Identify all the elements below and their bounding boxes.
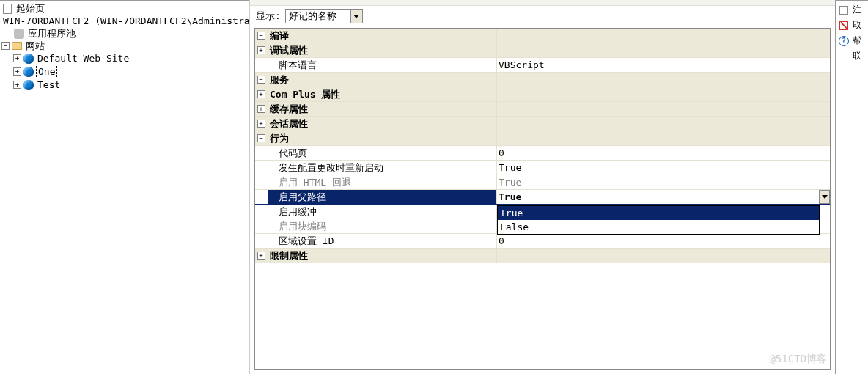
grid-property-row: 启用 HTML 回退 True bbox=[255, 175, 830, 190]
tree-label: One bbox=[36, 65, 57, 78]
tree-label: 网站 bbox=[24, 40, 46, 52]
action-icon bbox=[838, 4, 850, 16]
grid-category[interactable]: + 会话属性 bbox=[255, 117, 830, 131]
expand-icon[interactable]: + bbox=[13, 81, 21, 89]
expand-icon[interactable]: + bbox=[13, 67, 21, 76]
collapse-icon[interactable]: − bbox=[257, 32, 265, 40]
property-name: 区域设置 ID bbox=[279, 235, 334, 248]
category-label: 编译 bbox=[270, 29, 289, 43]
display-filter-row: 显示: bbox=[250, 6, 835, 28]
action-icon bbox=[838, 51, 850, 62]
tree-label: Default Web Site bbox=[36, 52, 130, 65]
expand-icon[interactable]: + bbox=[257, 252, 265, 260]
expand-icon[interactable]: + bbox=[257, 46, 265, 54]
tree-site-one[interactable]: + One bbox=[1, 65, 249, 78]
grid-property-row[interactable]: 代码页 0 bbox=[255, 146, 830, 161]
chevron-down-icon bbox=[353, 15, 359, 18]
grid-property-row[interactable]: 发生配置更改时重新启动 True bbox=[255, 161, 830, 175]
category-label: 行为 bbox=[270, 132, 289, 145]
action-label: 取 bbox=[853, 19, 861, 32]
display-combo[interactable] bbox=[285, 9, 363, 23]
toolbar-strip bbox=[250, 0, 835, 6]
grid-property-row[interactable]: 脚本语言 VBScript bbox=[255, 58, 830, 73]
cancel-icon bbox=[838, 20, 850, 32]
display-combo-button[interactable] bbox=[351, 9, 363, 23]
dropdown-option-false[interactable]: False bbox=[498, 220, 819, 234]
tree-server-node[interactable]: WIN-7ORDANTFCF2 (WIN-7ORDANTFCF2\Adminis… bbox=[1, 15, 249, 27]
grid-property-row[interactable]: 区域设置 ID 0 bbox=[255, 234, 830, 249]
globe-icon bbox=[23, 79, 34, 91]
expand-icon[interactable]: + bbox=[257, 90, 265, 98]
tree-app-pools[interactable]: 应用程序池 bbox=[1, 27, 249, 40]
property-name: 发生配置更改时重新启动 bbox=[279, 161, 383, 175]
action-label: 帮 bbox=[853, 34, 861, 47]
value-dropdown-button[interactable] bbox=[819, 190, 830, 204]
property-value[interactable]: True bbox=[499, 191, 521, 202]
help-icon: ? bbox=[838, 35, 850, 47]
property-grid[interactable]: − 编译 + 调试属性 脚本语言 VBScript − 服务 + Com Plu… bbox=[254, 28, 831, 370]
grid-category[interactable]: + Com Plus 属性 bbox=[255, 87, 830, 102]
chevron-down-icon bbox=[822, 195, 828, 199]
grid-category[interactable]: + 缓存属性 bbox=[255, 102, 830, 117]
property-name: 启用 HTML 回退 bbox=[279, 176, 351, 189]
action-item[interactable]: 注 bbox=[836, 2, 868, 18]
tree-label: 起始页 bbox=[15, 2, 46, 15]
collapse-icon[interactable]: − bbox=[1, 42, 10, 50]
action-item[interactable]: 联 bbox=[836, 48, 868, 64]
property-panel: 显示: − 编译 + 调试属性 脚本语言 VBScript − 服务 bbox=[249, 0, 836, 374]
tree-label: Test bbox=[36, 78, 62, 91]
grid-category[interactable]: + 调试属性 bbox=[255, 43, 830, 58]
tree-site-default[interactable]: + Default Web Site bbox=[1, 52, 249, 65]
category-label: 限制属性 bbox=[270, 249, 308, 263]
action-help[interactable]: ? 帮 bbox=[836, 33, 868, 48]
display-combo-input[interactable] bbox=[285, 9, 351, 23]
watermark-text: @51CTO博客 bbox=[769, 353, 827, 366]
property-value[interactable]: 0 bbox=[499, 235, 504, 246]
tree-site-test[interactable]: + Test bbox=[1, 78, 249, 91]
globe-icon bbox=[23, 66, 34, 78]
category-label: 会话属性 bbox=[270, 117, 308, 131]
grid-category[interactable]: − 服务 bbox=[255, 73, 830, 87]
category-label: 缓存属性 bbox=[270, 103, 308, 116]
action-label: 注 bbox=[853, 4, 861, 16]
property-value[interactable]: True bbox=[499, 162, 521, 173]
property-name: 代码页 bbox=[279, 147, 307, 160]
actions-panel: 注 取 ? 帮 联 bbox=[836, 0, 868, 374]
globe-icon bbox=[23, 53, 34, 65]
property-value[interactable]: VBScript bbox=[499, 59, 545, 70]
folder-icon bbox=[11, 40, 23, 52]
property-name: 启用缓冲 bbox=[279, 205, 317, 219]
tree-label: 应用程序池 bbox=[26, 27, 77, 40]
page-icon bbox=[1, 3, 13, 15]
expand-icon[interactable]: + bbox=[257, 105, 265, 113]
property-name: 脚本语言 bbox=[279, 59, 317, 72]
property-name: 启用块编码 bbox=[279, 220, 326, 233]
category-label: Com Plus 属性 bbox=[270, 88, 340, 101]
expand-icon[interactable]: + bbox=[13, 54, 21, 62]
connections-tree[interactable]: 起始页 WIN-7ORDANTFCF2 (WIN-7ORDANTFCF2\Adm… bbox=[0, 0, 249, 374]
category-label: 服务 bbox=[270, 73, 289, 87]
grid-property-row-selected[interactable]: 启用父路径 True bbox=[255, 190, 830, 205]
dropdown-option-true[interactable]: True bbox=[498, 206, 819, 220]
expand-icon[interactable]: + bbox=[257, 120, 265, 128]
action-cancel[interactable]: 取 bbox=[836, 18, 868, 33]
collapse-icon[interactable]: − bbox=[257, 134, 265, 142]
display-label: 显示: bbox=[256, 10, 281, 23]
grid-category[interactable]: − 行为 bbox=[255, 131, 830, 146]
property-value: True bbox=[499, 177, 521, 188]
grid-category[interactable]: + 限制属性 bbox=[255, 249, 830, 263]
category-label: 调试属性 bbox=[270, 44, 308, 57]
grid-category[interactable]: − 编译 bbox=[255, 29, 830, 43]
action-label: 联 bbox=[853, 50, 861, 62]
tree-label: WIN-7ORDANTFCF2 (WIN-7ORDANTFCF2\Adminis… bbox=[1, 15, 251, 27]
property-name: 启用父路径 bbox=[279, 191, 326, 204]
property-value[interactable]: 0 bbox=[499, 147, 504, 158]
tree-start-page[interactable]: 起始页 bbox=[1, 2, 249, 15]
tree-sites-node[interactable]: − 网站 bbox=[1, 40, 249, 52]
gears-icon bbox=[13, 28, 25, 40]
collapse-icon[interactable]: − bbox=[257, 76, 265, 84]
boolean-dropdown[interactable]: True False bbox=[497, 205, 820, 235]
